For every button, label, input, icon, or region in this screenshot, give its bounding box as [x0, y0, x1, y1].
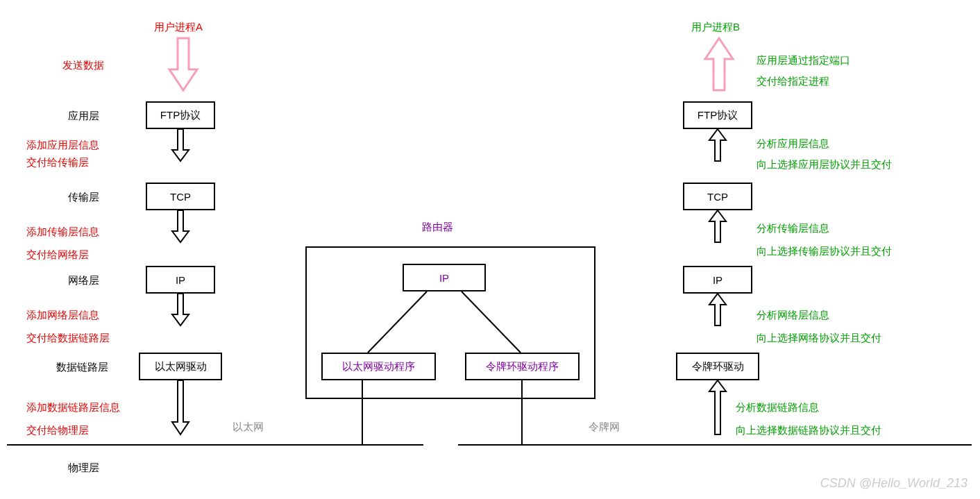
ann-r4-2: 向上选择网络协议并且交付 [757, 332, 881, 345]
ann-r4-1: 分析网络层信息 [757, 309, 829, 322]
token-ring-physical-line [458, 444, 972, 446]
token-box-right-text: 令牌环驱动 [692, 360, 744, 373]
datalink-layer-label: 数据链路层 [56, 361, 108, 374]
ann-r2-1: 分析应用层信息 [757, 137, 829, 151]
watermark: CSDN @Hello_World_213 [820, 476, 968, 491]
ftp-box-left-text: FTP协议 [160, 109, 201, 122]
eth-box-left: 以太网驱动 [139, 353, 222, 380]
ann-r5-2: 向上选择数据链路协议并且交付 [736, 424, 881, 437]
svg-line-0 [368, 291, 427, 353]
router-token-down-line [521, 380, 523, 446]
user-process-a-title: 用户进程A [154, 21, 203, 34]
token-box-right: 令牌环驱动 [676, 353, 759, 380]
app-layer-label: 应用层 [68, 110, 99, 123]
ann-r3-2: 向上选择传输层协议并且交付 [757, 245, 892, 258]
ann-r3-1: 分析传输层信息 [757, 222, 829, 235]
user-a-arrow-icon [169, 38, 197, 94]
ann-r2-2: 向上选择应用层协议并且交付 [757, 158, 892, 171]
ann-net-2: 交付给数据链路层 [26, 332, 110, 345]
router-connector-lines [305, 246, 595, 399]
user-process-b-title: 用户进程B [691, 21, 740, 34]
network-layer-label: 网络层 [68, 274, 99, 287]
transport-layer-label: 传输层 [68, 191, 99, 204]
ip-box-right-text: IP [713, 274, 723, 286]
down-arrow-3-icon [172, 294, 189, 327]
ann-dl-2: 交付给物理层 [26, 424, 89, 437]
physical-layer-label: 物理层 [68, 462, 99, 475]
tcp-box-right: TCP [683, 183, 752, 210]
ann-app-1: 添加应用层信息 [26, 139, 99, 152]
svg-line-1 [462, 291, 521, 353]
ftp-box-right: FTP协议 [683, 101, 752, 129]
ip-box-left: IP [146, 266, 215, 294]
ann-net-1: 添加网络层信息 [26, 309, 99, 322]
ann-r1-1: 应用层通过指定端口 [757, 54, 850, 67]
tcp-box-left-text: TCP [170, 191, 191, 203]
tcp-box-left: TCP [146, 183, 215, 210]
ann-dl-1: 添加数据链路层信息 [26, 401, 120, 414]
ann-trans-1: 添加传输层信息 [26, 226, 99, 239]
ann-trans-2: 交付给网络层 [26, 248, 89, 262]
token-ring-label: 令牌网 [589, 421, 620, 434]
user-b-arrow-icon [705, 38, 733, 94]
down-arrow-2-icon [172, 210, 189, 244]
ann-app-2: 交付给传输层 [26, 156, 89, 169]
ethernet-label: 以太网 [233, 421, 264, 434]
ftp-box-right-text: FTP协议 [698, 109, 738, 122]
down-arrow-1-icon [172, 129, 189, 162]
up-arrow-1-icon [709, 129, 726, 162]
up-arrow-2-icon [709, 210, 726, 244]
up-arrow-3-icon [709, 294, 726, 327]
ann-r5-1: 分析数据链路信息 [736, 401, 819, 414]
send-data-label: 发送数据 [62, 59, 104, 72]
ann-r1-2: 交付给指定进程 [757, 75, 829, 88]
ip-box-left-text: IP [176, 274, 185, 286]
down-arrow-4-icon [172, 380, 189, 436]
router-eth-down-line [361, 380, 364, 446]
tcp-box-right-text: TCP [707, 191, 728, 203]
eth-box-left-text: 以太网驱动 [155, 360, 207, 373]
ip-box-right: IP [683, 266, 752, 294]
up-arrow-4-icon [709, 380, 726, 436]
router-title: 路由器 [422, 221, 453, 234]
ftp-box-left: FTP协议 [146, 101, 215, 129]
